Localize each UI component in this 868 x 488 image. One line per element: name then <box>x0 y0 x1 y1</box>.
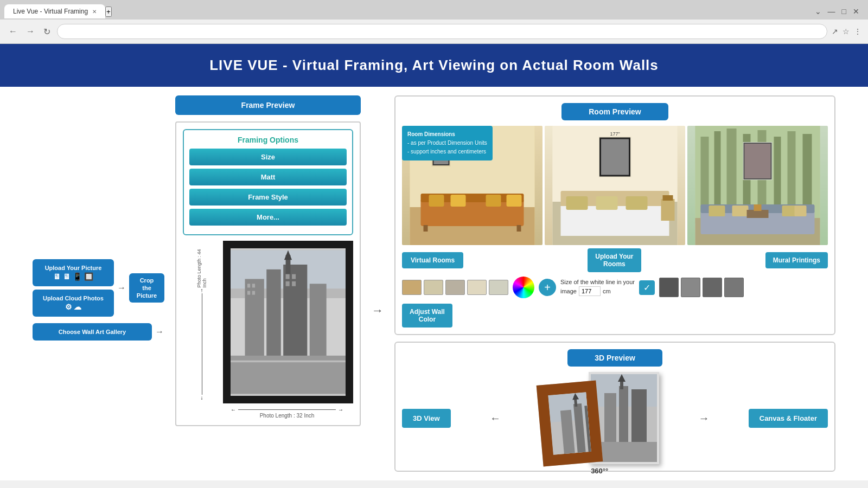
white-line-control: Size of the white line in your image 177… <box>560 279 635 296</box>
3d-preview-button[interactable]: 3D Preview <box>567 349 662 367</box>
choose-gallery-button[interactable]: Choose Wall Art Gallery <box>33 323 152 341</box>
upload-picture-button[interactable]: Upload Your Picture 🖥 🖥 📱 🔲 <box>33 259 114 286</box>
new-tab-button[interactable]: + <box>105 7 112 17</box>
white-line-unit: cm <box>603 288 611 294</box>
photo-length-label: Photo Length : 44 Inch <box>196 243 207 287</box>
middle-panel: Frame Preview Framing Options Size Matt … <box>175 95 361 472</box>
browser-tabs: Live Vue - Virtual Framing ✕ + ⌄ — □ ✕ <box>0 0 868 20</box>
close-window-button[interactable]: ✕ <box>853 7 859 16</box>
crop-picture-button[interactable]: CropthePicture <box>129 273 164 303</box>
bookmark-icon[interactable]: ☆ <box>843 27 850 36</box>
svg-rect-66 <box>795 206 807 216</box>
browser-nav: ← → ↻ ↗ ☆ ⋮ <box>0 20 868 43</box>
room-thumb-4[interactable] <box>467 280 487 295</box>
svg-rect-12 <box>252 291 255 295</box>
checkmark-button[interactable]: ✓ <box>639 280 655 295</box>
adjust-wall-container: Adjust WallColor <box>402 301 828 328</box>
frame-border <box>537 380 603 466</box>
content-area: Upload Your Picture 🖥 🖥 📱 🔲 Upload Cloud… <box>0 87 868 480</box>
framing-options-box: Framing Options Size Matt Frame Style Mo… <box>183 129 353 235</box>
3d-view-button[interactable]: 3D View <box>402 409 451 428</box>
svg-rect-5 <box>283 265 307 365</box>
arrow-left-3d: ← <box>490 412 501 425</box>
menu-icon[interactable]: ⋮ <box>854 27 861 36</box>
room-image-3 <box>687 126 828 245</box>
svg-rect-13 <box>286 274 290 279</box>
minimize-button[interactable]: — <box>828 7 835 16</box>
matt-button[interactable]: Matt <box>189 169 347 185</box>
svg-rect-63 <box>709 206 725 216</box>
photo-length-bottom-label: Photo Length : 32 Inch <box>183 413 353 419</box>
photo-thumb-3[interactable] <box>703 278 722 297</box>
360-label: 360°° <box>591 467 608 475</box>
3d-preview-header: 3D Preview <box>402 349 828 367</box>
3d-preview-section: 3D Preview 3D View ← <box>394 342 835 472</box>
upload-picture-label: Upload Your Picture <box>40 265 106 271</box>
restore-button[interactable]: □ <box>842 7 846 16</box>
more-button[interactable]: More... <box>189 209 347 226</box>
room-action-buttons: Virtual Rooms Upload YourRooms Mural Pri… <box>402 248 828 272</box>
virtual-rooms-button[interactable]: Virtual Rooms <box>402 252 463 268</box>
frame-inner-image <box>548 390 603 467</box>
svg-rect-35 <box>517 225 521 232</box>
room2-svg: 177" <box>545 126 685 245</box>
add-button[interactable]: + <box>539 279 556 296</box>
adjust-wall-button[interactable]: Adjust WallColor <box>402 304 452 328</box>
svg-rect-43 <box>561 206 669 236</box>
upload-cloud-label: Upload Cloud Photos <box>40 295 106 301</box>
frame-preview-button[interactable]: Frame Preview <box>175 95 361 115</box>
frame-style-button[interactable]: Frame Style <box>189 189 347 206</box>
3d-preview-content: 3D View ← <box>402 372 828 464</box>
photo-thumb-2[interactable] <box>681 278 700 297</box>
address-bar[interactable] <box>57 24 827 39</box>
upload-group: Upload Your Picture 🖥 🖥 📱 🔲 Upload Cloud… <box>33 259 164 317</box>
browser-chrome: Live Vue - Virtual Framing ✕ + ⌄ — □ ✕ ←… <box>0 0 868 44</box>
svg-rect-70 <box>744 143 771 179</box>
framing-options-title: Framing Options <box>189 136 347 144</box>
tab-list-button[interactable]: ⌄ <box>815 7 821 16</box>
header-banner: LIVE VUE - Virtual Framing, Art Viewing … <box>0 44 868 87</box>
room-preview-header: Room Preview <box>402 103 828 120</box>
room-image-2: 177" <box>545 126 685 245</box>
room-thumb-3[interactable] <box>445 280 465 295</box>
svg-rect-68 <box>754 204 762 211</box>
svg-rect-48 <box>663 195 673 201</box>
svg-rect-34 <box>424 225 428 232</box>
tab-close-button[interactable]: ✕ <box>92 9 97 15</box>
color-wheel[interactable] <box>513 277 534 298</box>
room-controls: + Size of the white line in your image 1… <box>402 277 828 298</box>
canvas-floater-button[interactable]: Canvas & Floater <box>749 409 828 428</box>
right-panel: Room Preview Room Dimensions - as per Pr… <box>394 95 835 472</box>
room-preview-button[interactable]: Room Preview <box>561 103 668 120</box>
3d-frame-front <box>537 380 603 466</box>
white-line-input[interactable]: 177 <box>579 286 601 296</box>
refresh-button[interactable]: ↻ <box>41 24 53 39</box>
cloud-icons: ⚙ ☁ <box>40 303 106 311</box>
browser-tab[interactable]: Live Vue - Virtual Framing ✕ <box>4 4 105 18</box>
share-icon[interactable]: ↗ <box>832 27 838 36</box>
svg-rect-81 <box>604 393 616 447</box>
upload-rooms-button[interactable]: Upload YourRooms <box>588 248 641 272</box>
upload-cloud-button[interactable]: Upload Cloud Photos ⚙ ☁ <box>33 290 114 317</box>
size-button[interactable]: Size <box>189 149 347 165</box>
mural-printings-button[interactable]: Mural Printings <box>765 252 828 268</box>
white-line-label: Size of the white line in your <box>560 279 635 285</box>
svg-rect-16 <box>292 281 296 286</box>
forward-button[interactable]: → <box>24 24 37 38</box>
connector-arrow: → <box>372 95 384 472</box>
photo-thumb-1[interactable] <box>659 278 679 297</box>
photo-thumb-4[interactable] <box>724 278 744 297</box>
room-thumb-5[interactable] <box>489 280 508 295</box>
room-thumb-2[interactable] <box>424 280 443 295</box>
svg-rect-4 <box>266 269 281 365</box>
back-button[interactable]: ← <box>7 24 20 38</box>
room-thumb-1[interactable] <box>402 280 422 295</box>
svg-rect-47 <box>661 199 675 221</box>
room-dimensions-box: Room Dimensions - as per Product Dimensi… <box>402 126 493 160</box>
svg-rect-45 <box>596 196 618 210</box>
upload-icons: 🖥 🖥 📱 🔲 <box>40 272 106 281</box>
svg-rect-44 <box>566 196 588 210</box>
arrow-right-3d: → <box>698 412 709 425</box>
360-text: 360° <box>591 467 605 475</box>
room3-svg <box>687 126 828 245</box>
